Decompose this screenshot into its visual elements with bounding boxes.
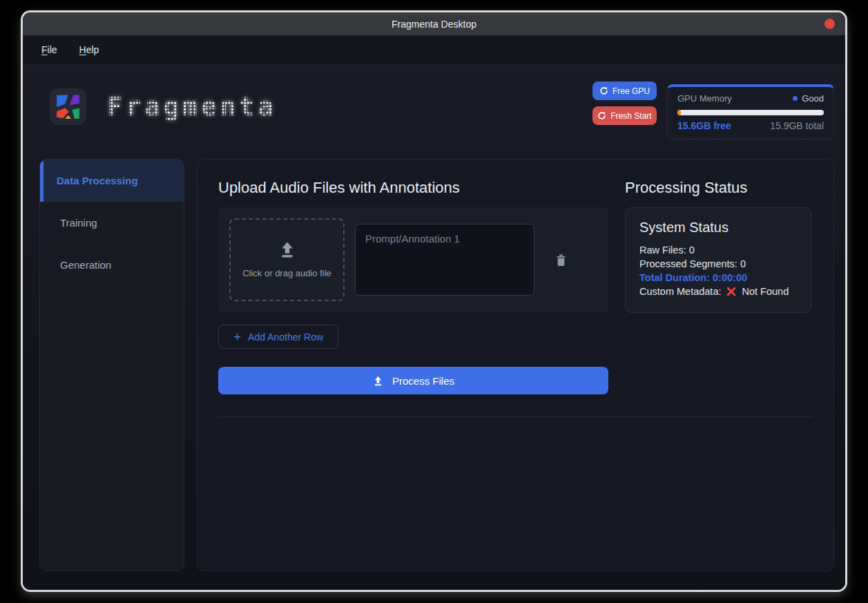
menubar: File Help [23,35,845,64]
gpu-memory-bar-fill [677,110,681,115]
upload-heading: Upload Audio Files with Annotations [218,179,608,197]
processing-status-section: Processing Status System Status Raw File… [625,179,813,394]
sidebar-item-training[interactable]: Training [40,202,184,244]
total-duration-line: Total Duration: 0:00:00 [639,271,797,285]
sidebar-item-data-processing[interactable]: Data Processing [40,160,184,202]
raw-files-line: Raw Files: 0 [639,243,797,257]
gpu-free-value: 15.6GB free [677,120,731,131]
gpu-status-text: Good [802,93,824,104]
sidebar-item-generation[interactable]: Generation [40,244,184,286]
plus-icon: + [233,330,241,343]
process-files-button[interactable]: Process Files [218,367,608,394]
fresh-start-button[interactable]: Fresh Start [592,106,657,125]
app-header: Fragmenta Free GPU [23,64,845,159]
upload-icon [372,375,384,387]
main-row: Data Processing Training Generation Uplo… [39,159,834,571]
upload-row: Click or drag audio file [218,207,608,312]
brand: Fragmenta [48,87,276,126]
system-status-card: System Status Raw Files: 0 Processed Seg… [625,207,811,313]
x-mark-icon [726,286,737,297]
custom-metadata-line: Custom Metadata: Not Found [639,285,797,298]
audio-dropzone[interactable]: Click or drag audio file [229,218,345,301]
dropzone-label: Click or drag audio file [242,267,332,280]
header-right: Free GPU Fresh Start GP [592,82,834,140]
menu-help[interactable]: Help [79,44,99,55]
app-logo-icon [48,87,88,126]
gpu-memory-label: GPU Memory [677,93,732,104]
content-area: Fragmenta Free GPU [23,64,845,590]
menu-file[interactable]: File [41,44,57,55]
trash-icon [553,252,569,268]
panel-empty-area [218,417,813,551]
gpu-total-value: 15.9GB total [770,120,824,131]
system-status-title: System Status [639,220,797,236]
sidebar: Data Processing Training Generation [39,159,184,571]
status-dot-icon [793,96,798,101]
gpu-status: Good [793,93,824,104]
free-gpu-button[interactable]: Free GPU [592,82,657,100]
data-processing-panel: Upload Audio Files with Annotations Clic… [197,159,834,571]
processing-status-heading: Processing Status [625,179,813,197]
upload-section: Upload Audio Files with Annotations Clic… [218,179,608,394]
prompt-annotation-input[interactable] [355,224,534,296]
refresh-icon [597,111,606,120]
app-window: Fragmenta Desktop File Help [21,10,847,592]
processed-segments-line: Processed Segments: 0 [639,257,797,271]
close-button[interactable] [824,19,835,29]
delete-row-button[interactable] [553,252,569,268]
titlebar: Fragmenta Desktop [23,12,845,35]
header-actions: Free GPU Fresh Start [592,82,657,125]
refresh-icon [599,86,608,95]
add-another-row-button[interactable]: + Add Another Row [218,325,338,349]
gpu-memory-bar [677,110,824,115]
gpu-memory-card: GPU Memory Good 15.6GB free 15.9GB total [667,84,834,140]
upload-icon [277,239,298,260]
app-title: Fragmenta [107,92,276,122]
window-title: Fragmenta Desktop [392,19,476,30]
